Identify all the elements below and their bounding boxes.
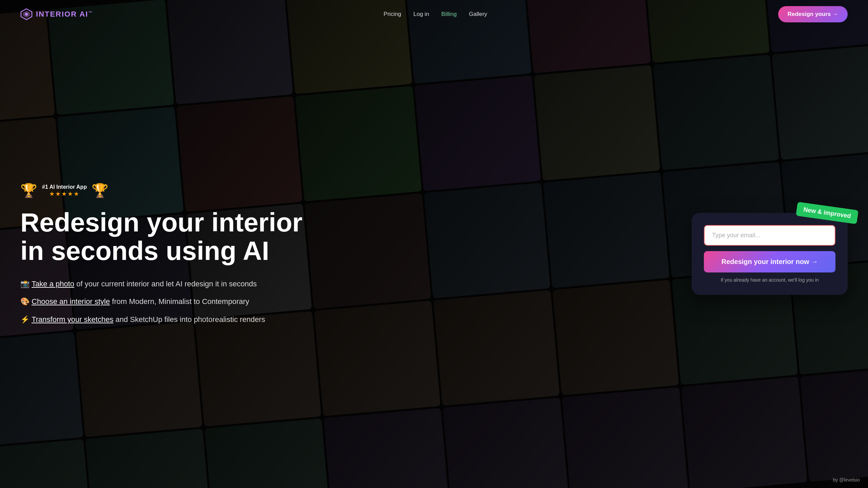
nav-login[interactable]: Log in <box>413 11 429 17</box>
logo[interactable]: INTERIOR AI™ <box>20 8 93 20</box>
feature-icon-2: 🎨 <box>20 297 29 306</box>
feature-link-1[interactable]: Take a photo <box>32 280 74 288</box>
list-item: ⚡ Transform your sketches and SketchUp f… <box>20 314 326 325</box>
laurel-right-icon: 🏆 <box>92 183 108 199</box>
hero-right: New & improved Redesign your interior no… <box>692 213 848 295</box>
navbar: INTERIOR AI™ Pricing Log in Billing Gall… <box>0 0 868 28</box>
signup-card: Redesign your interior now → If you alre… <box>692 213 848 295</box>
redesign-cta-button[interactable]: Redesign your interior now → <box>704 251 835 272</box>
nav-pricing[interactable]: Pricing <box>383 11 401 17</box>
feature-link-2[interactable]: Choose an interior style <box>32 297 110 306</box>
nav-cta-button[interactable]: Redesign yours → <box>778 6 848 22</box>
list-item: 📸 Take a photo of your current interior … <box>20 279 326 289</box>
nav-gallery[interactable]: Gallery <box>469 11 487 17</box>
hero-section: 🏆 #1 AI Interior App ★★★★★ 🏆 Redesign yo… <box>0 28 868 486</box>
award-badge: 🏆 #1 AI Interior App ★★★★★ 🏆 <box>20 183 326 199</box>
logo-text: INTERIOR AI™ <box>36 10 93 19</box>
logo-icon <box>20 8 33 20</box>
email-input[interactable] <box>704 225 835 246</box>
footer-attribution: by @levelsio <box>833 477 860 483</box>
nav-links: Pricing Log in Billing Gallery <box>383 11 487 18</box>
nav-billing[interactable]: Billing <box>441 11 457 17</box>
award-text: #1 AI Interior App ★★★★★ <box>42 184 87 198</box>
stars: ★★★★★ <box>42 190 87 198</box>
feature-list: 📸 Take a photo of your current interior … <box>20 279 326 325</box>
feature-icon-3: ⚡ <box>20 315 29 324</box>
svg-point-2 <box>25 13 28 16</box>
page-wrapper: INTERIOR AI™ Pricing Log in Billing Gall… <box>0 0 868 488</box>
signup-note: If you already have an account, we'll lo… <box>704 277 835 283</box>
feature-link-3[interactable]: Transform your sketches <box>32 315 113 324</box>
feature-icon-1: 📸 <box>20 280 29 288</box>
hero-left: 🏆 #1 AI Interior App ★★★★★ 🏆 Redesign yo… <box>20 183 326 325</box>
laurel-left-icon: 🏆 <box>20 183 37 199</box>
list-item: 🎨 Choose an interior style from Modern, … <box>20 297 326 307</box>
award-title: #1 AI Interior App <box>42 184 87 190</box>
hero-heading: Redesign your interior in seconds using … <box>20 208 326 265</box>
